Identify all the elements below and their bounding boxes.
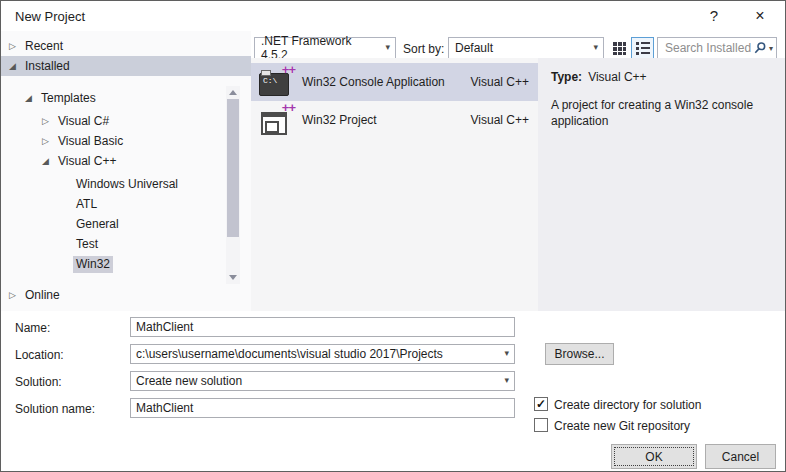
template-item-win32-project[interactable]: ++ Win32 Project Visual C++ bbox=[251, 101, 538, 139]
small-icons-view-button[interactable] bbox=[609, 39, 629, 58]
close-button[interactable]: × bbox=[741, 1, 779, 30]
template-name: Win32 Project bbox=[302, 113, 471, 127]
tree-item-label: Visual C# bbox=[58, 113, 109, 130]
tree-scrollbar[interactable] bbox=[226, 86, 240, 284]
dropdown-arrow-icon: ▾ bbox=[504, 348, 509, 358]
create-git-repo-checkbox[interactable] bbox=[534, 418, 548, 432]
new-project-dialog: New Project ? × .NET Framework 4.5.2 ▾ S… bbox=[0, 0, 786, 472]
search-box: ▾ bbox=[657, 37, 777, 59]
grid-view-icon bbox=[613, 42, 626, 55]
solution-name-label: Solution name: bbox=[15, 402, 95, 416]
tree-item-visual-basic[interactable]: ▷ Visual Basic bbox=[42, 133, 123, 150]
dropdown-arrow-icon: ▾ bbox=[593, 42, 598, 52]
tree-item-label: ATL bbox=[76, 196, 97, 213]
help-icon: ? bbox=[710, 7, 718, 24]
create-git-repo-label[interactable]: Create new Git repository bbox=[554, 419, 690, 433]
search-input[interactable] bbox=[663, 40, 753, 56]
sort-by-label: Sort by: bbox=[403, 42, 444, 56]
win32-console-application-icon: C:\ ++ bbox=[258, 65, 296, 99]
cancel-button-label: Cancel bbox=[722, 450, 759, 464]
title-bar: New Project ? × bbox=[1, 1, 785, 31]
template-details-panel: Type:Visual C++ A project for creating a… bbox=[538, 58, 786, 311]
tree-item-atl[interactable]: ATL bbox=[76, 196, 97, 213]
location-label: Location: bbox=[15, 348, 64, 362]
sort-by-dropdown[interactable]: Default ▾ bbox=[448, 37, 604, 59]
scrollbar-up-icon[interactable] bbox=[229, 90, 237, 95]
cpp-plus-plus-icon: ++ bbox=[282, 100, 295, 115]
ok-button[interactable]: OK bbox=[611, 444, 697, 469]
expander-collapsed-icon: ▷ bbox=[42, 113, 58, 130]
tree-item-label: Online bbox=[25, 287, 60, 304]
dropdown-arrow-icon: ▾ bbox=[385, 42, 390, 52]
tree-item-general[interactable]: General bbox=[76, 216, 119, 233]
expander-expanded-icon: ◢ bbox=[9, 56, 25, 76]
tree-item-visual-csharp[interactable]: ▷ Visual C# bbox=[42, 113, 109, 130]
tree-item-recent[interactable]: ▷ Recent bbox=[9, 38, 63, 55]
solution-combobox[interactable]: Create new solution ▾ bbox=[130, 371, 515, 391]
win32-project-icon: ++ bbox=[258, 103, 296, 137]
expander-expanded-icon: ◢ bbox=[42, 153, 58, 170]
tree-item-templates[interactable]: ◢ Templates bbox=[25, 90, 96, 107]
template-language: Visual C++ bbox=[471, 113, 529, 127]
tree-item-label: Templates bbox=[41, 90, 96, 107]
solution-value: Create new solution bbox=[136, 374, 242, 388]
tree-item-windows-universal[interactable]: Windows Universal bbox=[76, 176, 178, 193]
close-icon: × bbox=[755, 7, 764, 25]
tree-item-online[interactable]: ▷ Online bbox=[9, 287, 60, 304]
checkmark-icon: ✓ bbox=[536, 398, 546, 410]
tree-item-label: Recent bbox=[25, 38, 63, 55]
tree-item-label: Test bbox=[76, 236, 98, 253]
ok-button-label: OK bbox=[645, 450, 662, 464]
tree-item-label: Visual Basic bbox=[58, 133, 123, 150]
console-prompt-text: C:\ bbox=[263, 76, 277, 85]
type-label: Type: bbox=[551, 70, 582, 84]
list-view-button[interactable] bbox=[631, 37, 654, 59]
sort-by-dropdown-value: Default bbox=[455, 41, 493, 55]
scrollbar-thumb[interactable] bbox=[227, 99, 239, 237]
expander-expanded-icon: ◢ bbox=[25, 90, 41, 107]
template-list-panel: C:\ ++ Win32 Console Application Visual … bbox=[251, 58, 538, 311]
tree-item-label: Win32 bbox=[73, 256, 113, 273]
expander-collapsed-icon: ▷ bbox=[9, 287, 25, 304]
tree-item-label: Visual C++ bbox=[58, 153, 116, 170]
location-combobox[interactable]: c:\users\username\documents\visual studi… bbox=[130, 344, 515, 364]
tree-item-label: General bbox=[76, 216, 119, 233]
expander-collapsed-icon: ▷ bbox=[42, 133, 58, 150]
list-view-icon bbox=[636, 42, 650, 55]
tree-item-visual-cpp[interactable]: ◢ Visual C++ bbox=[42, 153, 116, 170]
template-item-win32-console-application[interactable]: C:\ ++ Win32 Console Application Visual … bbox=[251, 63, 538, 101]
name-input[interactable] bbox=[130, 317, 515, 337]
solution-label: Solution: bbox=[15, 375, 62, 389]
tree-item-win32[interactable]: Win32 bbox=[73, 256, 113, 273]
tree-item-label: Installed bbox=[25, 56, 70, 76]
template-description: A project for creating a Win32 console a… bbox=[551, 97, 776, 129]
browse-button-label: Browse... bbox=[554, 347, 604, 361]
location-value: c:\users\username\documents\visual studi… bbox=[136, 347, 443, 361]
dropdown-arrow-icon: ▾ bbox=[504, 375, 509, 385]
tree-item-test[interactable]: Test bbox=[76, 236, 98, 253]
tree-item-installed[interactable]: ◢ Installed bbox=[1, 56, 251, 76]
browse-button[interactable]: Browse... bbox=[545, 343, 614, 365]
search-icon[interactable] bbox=[753, 41, 767, 55]
template-type-row: Type:Visual C++ bbox=[551, 70, 647, 84]
cpp-plus-plus-icon: ++ bbox=[282, 62, 295, 77]
type-value: Visual C++ bbox=[588, 70, 646, 84]
tree-item-label: Windows Universal bbox=[76, 176, 178, 193]
scrollbar-down-icon[interactable] bbox=[229, 275, 237, 280]
cancel-button[interactable]: Cancel bbox=[705, 444, 776, 469]
expander-collapsed-icon: ▷ bbox=[9, 38, 25, 55]
create-directory-checkbox[interactable]: ✓ bbox=[534, 397, 548, 411]
create-directory-label[interactable]: Create directory for solution bbox=[554, 398, 701, 412]
framework-dropdown[interactable]: .NET Framework 4.5.2 ▾ bbox=[254, 37, 396, 59]
help-button[interactable]: ? bbox=[695, 1, 733, 30]
dialog-title: New Project bbox=[15, 9, 85, 24]
name-label: Name: bbox=[15, 321, 50, 335]
solution-name-input[interactable] bbox=[130, 398, 515, 418]
search-options-arrow-icon[interactable]: ▾ bbox=[769, 44, 773, 53]
template-language: Visual C++ bbox=[471, 75, 529, 89]
template-name: Win32 Console Application bbox=[302, 75, 471, 89]
